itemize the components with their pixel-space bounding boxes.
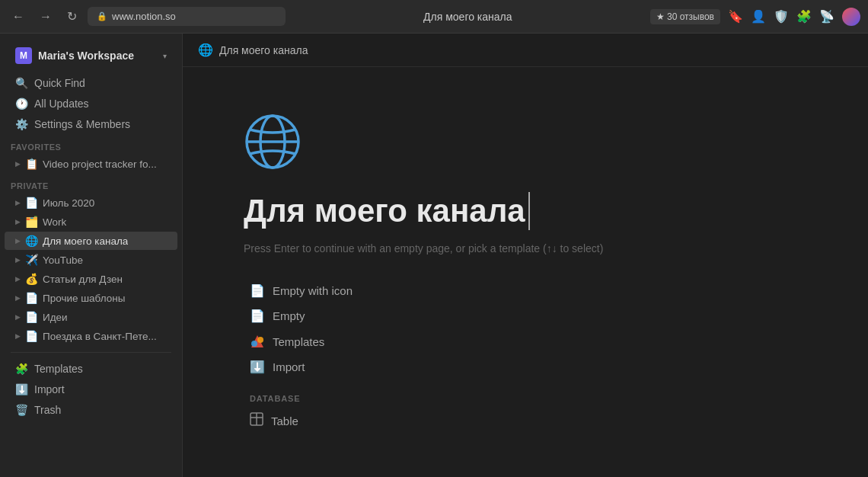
option-empty[interactable]: 📄 Empty xyxy=(244,304,777,328)
workspace-name: Maria's Workspace xyxy=(38,50,134,62)
sidebar-divider xyxy=(11,352,171,353)
page-body: Для моего канала Press Enter to continue… xyxy=(183,67,838,466)
import-icon: ⬇️ xyxy=(250,360,265,374)
tree-arrow-icon: ▶ xyxy=(15,256,21,264)
doc-icon: 📄 xyxy=(25,330,38,342)
page-header-title: Для моего канала xyxy=(219,44,308,56)
sidebar-item-poezdka[interactable]: ▶ 📄 Поездка в Санкт-Пете... xyxy=(5,327,177,345)
tree-arrow-icon: ▶ xyxy=(15,160,21,168)
address-bar[interactable]: 🔒 www.notion.so xyxy=(88,7,286,26)
sidebar-item-youtube[interactable]: ▶ ✈️ YouTube xyxy=(5,251,177,269)
workspace-icon: M xyxy=(15,47,32,64)
stati-dzen-label: Статьи для Дзен xyxy=(43,274,123,285)
empty-label: Empty xyxy=(273,309,305,322)
prochie-shablony-label: Прочие шаблоны xyxy=(43,293,125,304)
sidebar-item-work[interactable]: ▶ 🗂️ Work xyxy=(5,213,177,231)
lock-icon: 🔒 xyxy=(97,11,107,21)
globe-page-icon xyxy=(244,113,302,171)
doc-icon: 📄 xyxy=(250,283,265,298)
sidebar-item-quick-find[interactable]: 🔍 Quick Find xyxy=(5,73,177,93)
iul2020-label: Июль 2020 xyxy=(43,197,94,209)
user-icon[interactable]: 👤 xyxy=(751,9,766,24)
tree-arrow-icon: ▶ xyxy=(15,332,21,340)
templates-colored-icon xyxy=(250,334,265,349)
sidebar-item-stati-dzen[interactable]: ▶ 💰 Статьи для Дзен xyxy=(5,270,177,288)
svg-point-5 xyxy=(251,341,257,347)
forward-button[interactable]: → xyxy=(35,7,56,27)
tree-arrow-icon: ▶ xyxy=(15,199,21,206)
app-layout: M Maria's Workspace ▾ 🔍 Quick Find 🕐 All… xyxy=(0,34,868,477)
sidebar-item-video-tracker[interactable]: ▶ 📋 Video project tracker fo... xyxy=(5,155,177,173)
option-empty-with-icon[interactable]: 📄 Empty with icon xyxy=(244,279,777,303)
sidebar-item-prochie-shablony[interactable]: ▶ 📄 Прочие шаблоны xyxy=(5,289,177,307)
idei-label: Идеи xyxy=(43,312,68,323)
table-icon xyxy=(250,412,263,429)
doc-icon: 📄 xyxy=(25,292,38,304)
rss-icon[interactable]: 📡 xyxy=(819,9,834,24)
tree-arrow-icon: ▶ xyxy=(15,313,21,321)
tree-arrow-icon: ▶ xyxy=(15,294,21,302)
import-icon: ⬇️ xyxy=(15,383,28,395)
bookmark-icon[interactable]: 🔖 xyxy=(728,9,743,24)
quick-find-label: Quick Find xyxy=(34,77,85,89)
sidebar-item-settings[interactable]: ⚙️ Settings & Members xyxy=(5,114,177,134)
svg-point-4 xyxy=(257,337,263,343)
favorites-section-label: Favorites xyxy=(0,135,182,155)
browser-chrome: ← → ↻ 🔒 www.notion.so Для моего канала ★… xyxy=(0,0,868,34)
globe-icon: 🌐 xyxy=(25,235,38,247)
main-content: 🌐 Для моего канала Для моего канала Pres… xyxy=(183,34,868,477)
import-label: Import xyxy=(34,383,65,395)
option-table[interactable]: Table xyxy=(244,408,777,434)
plane-icon: ✈️ xyxy=(25,254,38,266)
page-title: Для моего канала xyxy=(244,192,525,230)
clock-icon: 🕐 xyxy=(15,98,28,110)
sidebar-item-all-updates[interactable]: 🕐 All Updates xyxy=(5,94,177,114)
table-option-label: Table xyxy=(271,415,298,427)
sidebar-item-trash[interactable]: 🗑️ Trash xyxy=(5,400,177,420)
sidebar-item-templates[interactable]: 🧩 Templates xyxy=(5,359,177,379)
browser-avatar[interactable] xyxy=(842,8,860,26)
refresh-button[interactable]: ↻ xyxy=(62,6,81,27)
shield-icon[interactable]: 🛡️ xyxy=(774,9,789,24)
all-updates-label: All Updates xyxy=(34,98,89,110)
settings-label: Settings & Members xyxy=(34,118,130,130)
page-header: 🌐 Для моего канала xyxy=(183,34,868,67)
address-text: www.notion.so xyxy=(112,11,176,22)
sidebar-item-iul2020[interactable]: ▶ 📄 Июль 2020 xyxy=(5,194,177,212)
page-header-globe-icon: 🌐 xyxy=(198,43,213,57)
workspace-chevron-icon: ▾ xyxy=(163,52,167,60)
templates-label: Templates xyxy=(34,363,83,375)
poezdka-label: Поездка в Санкт-Пете... xyxy=(43,331,157,342)
trash-icon: 🗑️ xyxy=(15,404,28,416)
folder-icon: 🗂️ xyxy=(25,216,38,228)
doc-icon: 📄 xyxy=(25,311,38,323)
doc-icon: 📄 xyxy=(250,309,265,323)
sidebar-item-dlya-moego-kanala[interactable]: ▶ 🌐 Для моего канала xyxy=(5,232,177,250)
page-title-area[interactable]: Для моего канала xyxy=(244,192,777,230)
browser-actions: ★ 30 отзывов 🔖 👤 🛡️ 🧩 📡 xyxy=(650,8,860,26)
option-import[interactable]: ⬇️ Import xyxy=(244,355,777,379)
page-hint: Press Enter to continue with an empty pa… xyxy=(244,242,777,255)
option-templates[interactable]: Templates xyxy=(244,329,777,354)
empty-with-icon-label: Empty with icon xyxy=(273,284,353,297)
browser-page-title: Для моего канала xyxy=(292,11,644,23)
sidebar-item-import[interactable]: ⬇️ Import xyxy=(5,379,177,399)
extension-icon[interactable]: 🧩 xyxy=(796,9,812,24)
work-label: Work xyxy=(43,216,66,228)
settings-icon: ⚙️ xyxy=(15,118,28,130)
tree-arrow-icon: ▶ xyxy=(15,218,21,226)
text-cursor xyxy=(528,192,530,230)
templates-option-label: Templates xyxy=(273,335,324,348)
tree-arrow-icon: ▶ xyxy=(15,275,21,283)
sidebar-item-idei[interactable]: ▶ 📄 Идеи xyxy=(5,308,177,326)
money-icon: 💰 xyxy=(25,273,38,285)
back-button[interactable]: ← xyxy=(8,7,29,27)
templates-icon: 🧩 xyxy=(15,363,28,375)
star-reviews-button[interactable]: ★ 30 отзывов xyxy=(650,9,720,24)
video-tracker-label: Video project tracker fo... xyxy=(43,158,157,170)
private-section-label: Private xyxy=(0,174,182,194)
workspace-header[interactable]: M Maria's Workspace ▾ xyxy=(5,41,177,70)
youtube-label: YouTube xyxy=(43,255,83,266)
table-icon: 📋 xyxy=(25,158,38,170)
doc-icon: 📄 xyxy=(25,197,38,209)
